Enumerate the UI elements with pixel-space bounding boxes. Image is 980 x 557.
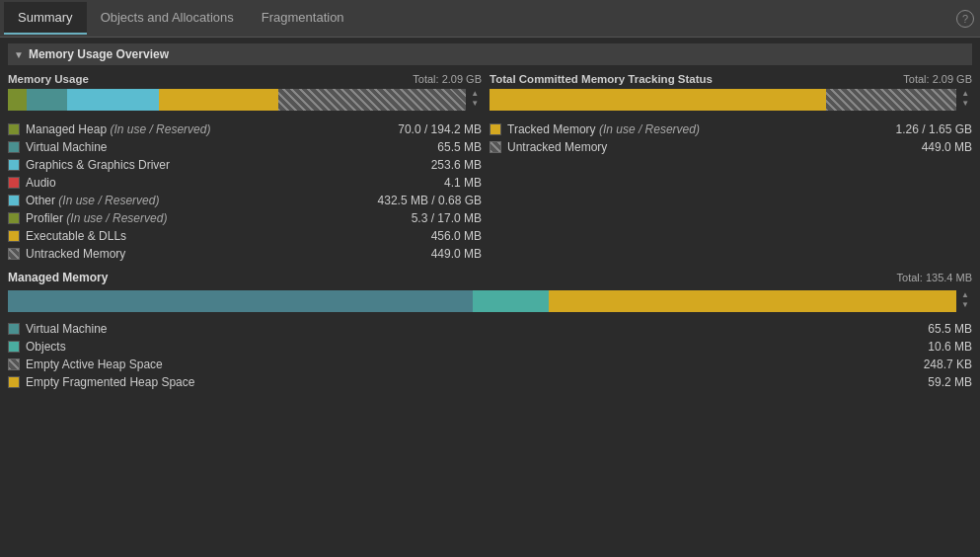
- legend-color-virtual-machine: [8, 141, 20, 153]
- legend-color-tracked: [490, 123, 501, 135]
- committed-memory-panel: Total Committed Memory Tracking Status T…: [490, 73, 972, 263]
- legend-name-untracked-committed: Untracked Memory: [507, 140, 873, 154]
- legend-name-graphics: Graphics & Graphics Driver: [26, 158, 383, 172]
- bar-olive: [8, 89, 27, 111]
- bar-yellow-committed: [490, 89, 826, 111]
- managed-legend-value-empty-active: 248.7 KB: [873, 358, 972, 371]
- help-button[interactable]: ?: [956, 10, 974, 28]
- managed-bar-dark-teal: [8, 290, 473, 312]
- managed-scroll-down[interactable]: ▼: [961, 300, 969, 310]
- tab-objects-allocations[interactable]: Objects and Allocations: [87, 2, 248, 36]
- legend-color-audio: [8, 177, 20, 189]
- legend-value-other: 432.5 MB / 0.68 GB: [378, 194, 482, 207]
- managed-legend-value-objects: 10.6 MB: [873, 340, 972, 354]
- legend-item-untracked: Untracked Memory 449.0 MB: [8, 245, 482, 263]
- committed-bar-row: ▲ ▼: [490, 89, 972, 113]
- legend-color-other: [8, 195, 20, 206]
- legend-name-other: Other (In use / Reserved): [26, 194, 378, 207]
- legend-item-profiler: Profiler (In use / Reserved) 5.3 / 17.0 …: [8, 209, 482, 227]
- managed-bar-row: ▲ ▼: [8, 290, 972, 312]
- scroll-up-arrow[interactable]: ▲: [471, 89, 479, 99]
- two-col-layout: Memory Usage Total: 2.09 GB ▲ ▼: [8, 73, 972, 263]
- bar-light-blue: [67, 89, 159, 111]
- legend-value-managed-heap: 70.0 / 194.2 MB: [383, 122, 482, 136]
- legend-color-untracked-committed: [490, 141, 501, 153]
- legend-color-untracked: [8, 248, 20, 260]
- legend-value-graphics: 253.6 MB: [383, 158, 482, 172]
- managed-legend-name-empty-active: Empty Active Heap Space: [26, 358, 873, 371]
- committed-scroll-arrows[interactable]: ▲ ▼: [958, 89, 972, 108]
- legend-value-virtual-machine: 65.5 MB: [383, 140, 482, 154]
- legend-item-managed-heap: Managed Heap (In use / Reserved) 70.0 / …: [8, 120, 482, 138]
- legend-value-profiler: 5.3 / 17.0 MB: [383, 211, 482, 225]
- committed-memory-header: Total Committed Memory Tracking Status T…: [490, 73, 972, 85]
- managed-legend-objects: Objects 10.6 MB: [8, 338, 972, 356]
- legend-item-tracked: Tracked Memory (In use / Reserved) 1.26 …: [490, 120, 972, 138]
- managed-legend-value-empty-fragmented: 59.2 MB: [873, 375, 972, 389]
- managed-legend-vm: Virtual Machine 65.5 MB: [8, 320, 972, 338]
- managed-legend-name-vm: Virtual Machine: [26, 322, 873, 336]
- tab-summary[interactable]: Summary: [4, 2, 87, 36]
- committed-legend: Tracked Memory (In use / Reserved) 1.26 …: [490, 120, 972, 156]
- legend-name-virtual-machine: Virtual Machine: [26, 140, 383, 154]
- bar-hatched: [278, 89, 466, 111]
- committed-bar-container: [490, 89, 956, 111]
- legend-value-untracked-committed: 449.0 MB: [873, 140, 972, 154]
- legend-value-untracked: 449.0 MB: [383, 247, 482, 261]
- managed-scroll-up[interactable]: ▲: [961, 290, 969, 300]
- memory-usage-panel: Memory Usage Total: 2.09 GB ▲ ▼: [8, 73, 482, 263]
- managed-legend-name-empty-fragmented: Empty Fragmented Heap Space: [26, 375, 873, 389]
- memory-usage-header: Memory Usage Total: 2.09 GB: [8, 73, 482, 85]
- bar-scroll-arrows[interactable]: ▲ ▼: [468, 89, 482, 108]
- memory-legend: Managed Heap (In use / Reserved) 70.0 / …: [8, 120, 482, 263]
- bar-teal: [27, 89, 68, 111]
- managed-legend: Virtual Machine 65.5 MB Objects 10.6 MB …: [8, 320, 972, 391]
- tab-bar: Summary Objects and Allocations Fragment…: [0, 0, 980, 38]
- committed-scroll-down[interactable]: ▼: [961, 99, 969, 109]
- managed-legend-empty-active: Empty Active Heap Space 248.7 KB: [8, 356, 972, 373]
- tab-fragmentation[interactable]: Fragmentation: [248, 2, 358, 36]
- legend-name-executable: Executable & DLLs: [26, 229, 383, 243]
- managed-legend-color-empty-fragmented: [8, 376, 20, 388]
- managed-bar-light-teal: [473, 290, 549, 312]
- legend-color-profiler: [8, 212, 20, 224]
- legend-name-managed-heap: Managed Heap (In use / Reserved): [26, 122, 383, 136]
- committed-scroll-up[interactable]: ▲: [961, 89, 969, 99]
- memory-usage-overview-header: ▼ Memory Usage Overview: [8, 43, 972, 65]
- scroll-down-arrow[interactable]: ▼: [471, 99, 479, 109]
- memory-bar-row: ▲ ▼: [8, 89, 482, 113]
- legend-item-executable: Executable & DLLs 456.0 MB: [8, 227, 482, 245]
- managed-memory-title: Managed Memory: [8, 271, 108, 284]
- managed-memory-section: Managed Memory Total: 135.4 MB ▲ ▼ Virtu…: [8, 271, 972, 391]
- legend-color-managed-heap: [8, 123, 20, 135]
- legend-name-audio: Audio: [26, 176, 383, 190]
- committed-memory-total: Total: 2.09 GB: [903, 73, 972, 85]
- bar-hatched-committed: [826, 89, 957, 111]
- managed-legend-color-empty-active: [8, 358, 20, 370]
- legend-value-tracked: 1.26 / 1.65 GB: [873, 122, 972, 136]
- legend-item-untracked-committed: Untracked Memory 449.0 MB: [490, 138, 972, 156]
- bar-yellow: [159, 89, 278, 111]
- section-title: Memory Usage Overview: [29, 47, 169, 61]
- legend-item-graphics: Graphics & Graphics Driver 253.6 MB: [8, 156, 482, 174]
- legend-color-graphics: [8, 159, 20, 171]
- legend-name-tracked: Tracked Memory (In use / Reserved): [507, 122, 873, 136]
- memory-usage-title: Memory Usage: [8, 73, 89, 85]
- managed-legend-value-vm: 65.5 MB: [873, 322, 972, 336]
- collapse-arrow[interactable]: ▼: [14, 49, 24, 60]
- managed-memory-header: Managed Memory Total: 135.4 MB: [8, 271, 972, 284]
- legend-color-executable: [8, 230, 20, 242]
- legend-name-profiler: Profiler (In use / Reserved): [26, 211, 383, 225]
- legend-name-untracked: Untracked Memory: [26, 247, 383, 261]
- legend-value-audio: 4.1 MB: [383, 176, 482, 190]
- managed-bar-yellow: [549, 290, 956, 312]
- managed-scroll-arrows[interactable]: ▲ ▼: [958, 290, 972, 309]
- managed-bar-container: [8, 290, 956, 312]
- committed-memory-title: Total Committed Memory Tracking Status: [490, 73, 713, 85]
- managed-memory-total: Total: 135.4 MB: [897, 272, 972, 283]
- main-content: ▼ Memory Usage Overview Memory Usage Tot…: [0, 38, 980, 557]
- memory-usage-total: Total: 2.09 GB: [413, 73, 482, 85]
- memory-bar-container: [8, 89, 466, 111]
- legend-value-executable: 456.0 MB: [383, 229, 482, 243]
- managed-legend-color-vm: [8, 323, 20, 335]
